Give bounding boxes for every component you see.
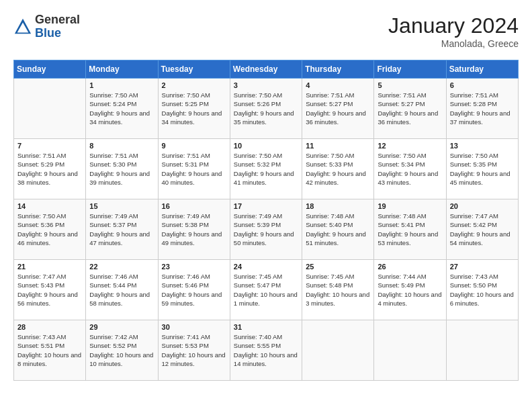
day-info: Sunrise: 7:43 AMSunset: 5:51 PMDaylight:… <box>17 332 82 368</box>
logo-blue-text: Blue <box>35 27 80 40</box>
calendar-header-row: SundayMondayTuesdayWednesdayThursdayFrid… <box>14 60 519 79</box>
calendar-cell: 13Sunrise: 7:50 AMSunset: 5:35 PMDayligh… <box>446 139 518 199</box>
day-number: 31 <box>234 323 298 331</box>
day-info: Sunrise: 7:51 AMSunset: 5:27 PMDaylight:… <box>378 91 442 126</box>
day-number: 30 <box>162 323 226 331</box>
day-number: 12 <box>378 142 442 150</box>
day-number: 18 <box>306 202 370 210</box>
calendar-cell: 29Sunrise: 7:42 AMSunset: 5:52 PMDayligh… <box>86 320 158 381</box>
calendar-week-row: 21Sunrise: 7:47 AMSunset: 5:43 PMDayligh… <box>14 260 519 320</box>
logo-text: General Blue <box>35 13 80 40</box>
day-number: 22 <box>89 263 154 271</box>
col-header-saturday: Saturday <box>446 60 518 79</box>
day-info: Sunrise: 7:51 AMSunset: 5:28 PMDaylight:… <box>450 91 515 126</box>
day-info: Sunrise: 7:51 AMSunset: 5:29 PMDaylight:… <box>17 151 82 187</box>
calendar-cell: 5Sunrise: 7:51 AMSunset: 5:27 PMDaylight… <box>374 79 446 139</box>
calendar-cell: 8Sunrise: 7:51 AMSunset: 5:30 PMDaylight… <box>86 139 158 199</box>
calendar-cell: 3Sunrise: 7:50 AMSunset: 5:26 PMDaylight… <box>230 79 302 139</box>
day-info: Sunrise: 7:47 AMSunset: 5:42 PMDaylight:… <box>450 212 515 247</box>
day-info: Sunrise: 7:50 AMSunset: 5:34 PMDaylight:… <box>378 151 442 187</box>
col-header-wednesday: Wednesday <box>230 60 302 79</box>
day-number: 23 <box>162 263 226 271</box>
day-number: 28 <box>17 323 82 331</box>
calendar-cell: 18Sunrise: 7:48 AMSunset: 5:40 PMDayligh… <box>302 199 374 260</box>
month-year-title: January 2024 <box>388 13 519 38</box>
day-info: Sunrise: 7:50 AMSunset: 5:25 PMDaylight:… <box>162 91 226 126</box>
day-info: Sunrise: 7:46 AMSunset: 5:44 PMDaylight:… <box>89 272 154 308</box>
day-info: Sunrise: 7:49 AMSunset: 5:39 PMDaylight:… <box>234 212 298 247</box>
day-number: 25 <box>306 263 370 271</box>
day-number: 15 <box>89 202 154 210</box>
day-number: 21 <box>17 263 82 271</box>
logo-icon <box>13 17 32 36</box>
day-number: 19 <box>378 202 442 210</box>
day-info: Sunrise: 7:49 AMSunset: 5:37 PMDaylight:… <box>89 212 154 247</box>
day-info: Sunrise: 7:48 AMSunset: 5:40 PMDaylight:… <box>306 212 370 247</box>
day-number: 1 <box>89 81 154 89</box>
day-info: Sunrise: 7:45 AMSunset: 5:47 PMDaylight:… <box>234 272 298 308</box>
day-info: Sunrise: 7:44 AMSunset: 5:49 PMDaylight:… <box>378 272 442 308</box>
page-header: General Blue January 2024 Manolada, Gree… <box>13 13 519 49</box>
calendar-cell: 22Sunrise: 7:46 AMSunset: 5:44 PMDayligh… <box>86 260 158 320</box>
calendar-cell: 31Sunrise: 7:40 AMSunset: 5:55 PMDayligh… <box>230 320 302 381</box>
day-number: 20 <box>450 202 515 210</box>
day-number: 29 <box>89 323 154 331</box>
day-info: Sunrise: 7:50 AMSunset: 5:32 PMDaylight:… <box>234 151 298 187</box>
day-number: 9 <box>162 142 226 150</box>
day-info: Sunrise: 7:40 AMSunset: 5:55 PMDaylight:… <box>234 332 298 368</box>
calendar-cell <box>446 320 518 381</box>
location-subtitle: Manolada, Greece <box>388 38 519 49</box>
logo: General Blue <box>13 13 80 40</box>
day-number: 16 <box>162 202 226 210</box>
day-number: 7 <box>17 142 82 150</box>
calendar-cell: 6Sunrise: 7:51 AMSunset: 5:28 PMDaylight… <box>446 79 518 139</box>
calendar-cell <box>374 320 446 381</box>
day-info: Sunrise: 7:49 AMSunset: 5:38 PMDaylight:… <box>162 212 226 247</box>
day-number: 11 <box>306 142 370 150</box>
day-number: 27 <box>450 263 515 271</box>
calendar-week-row: 7Sunrise: 7:51 AMSunset: 5:29 PMDaylight… <box>14 139 519 199</box>
day-info: Sunrise: 7:50 AMSunset: 5:26 PMDaylight:… <box>234 91 298 126</box>
day-number: 6 <box>450 81 515 89</box>
day-info: Sunrise: 7:51 AMSunset: 5:30 PMDaylight:… <box>89 151 154 187</box>
day-info: Sunrise: 7:51 AMSunset: 5:27 PMDaylight:… <box>306 91 370 126</box>
day-number: 8 <box>89 142 154 150</box>
calendar-week-row: 1Sunrise: 7:50 AMSunset: 5:24 PMDaylight… <box>14 79 519 139</box>
day-info: Sunrise: 7:50 AMSunset: 5:36 PMDaylight:… <box>17 212 82 247</box>
calendar-cell: 25Sunrise: 7:45 AMSunset: 5:48 PMDayligh… <box>302 260 374 320</box>
day-number: 4 <box>306 81 370 89</box>
day-number: 5 <box>378 81 442 89</box>
day-number: 3 <box>234 81 298 89</box>
calendar-cell: 17Sunrise: 7:49 AMSunset: 5:39 PMDayligh… <box>230 199 302 260</box>
calendar-cell: 20Sunrise: 7:47 AMSunset: 5:42 PMDayligh… <box>446 199 518 260</box>
calendar-cell: 12Sunrise: 7:50 AMSunset: 5:34 PMDayligh… <box>374 139 446 199</box>
calendar-cell: 28Sunrise: 7:43 AMSunset: 5:51 PMDayligh… <box>14 320 86 381</box>
calendar-table: SundayMondayTuesdayWednesdayThursdayFrid… <box>13 60 519 381</box>
title-block: January 2024 Manolada, Greece <box>388 13 519 49</box>
day-number: 2 <box>162 81 226 89</box>
day-info: Sunrise: 7:50 AMSunset: 5:35 PMDaylight:… <box>450 151 515 187</box>
calendar-week-row: 14Sunrise: 7:50 AMSunset: 5:36 PMDayligh… <box>14 199 519 260</box>
day-info: Sunrise: 7:46 AMSunset: 5:46 PMDaylight:… <box>162 272 226 308</box>
calendar-cell: 27Sunrise: 7:43 AMSunset: 5:50 PMDayligh… <box>446 260 518 320</box>
col-header-monday: Monday <box>86 60 158 79</box>
calendar-cell: 19Sunrise: 7:48 AMSunset: 5:41 PMDayligh… <box>374 199 446 260</box>
calendar-week-row: 28Sunrise: 7:43 AMSunset: 5:51 PMDayligh… <box>14 320 519 381</box>
day-info: Sunrise: 7:50 AMSunset: 5:33 PMDaylight:… <box>306 151 370 187</box>
calendar-cell: 16Sunrise: 7:49 AMSunset: 5:38 PMDayligh… <box>158 199 230 260</box>
day-info: Sunrise: 7:48 AMSunset: 5:41 PMDaylight:… <box>378 212 442 247</box>
day-number: 17 <box>234 202 298 210</box>
logo-general-text: General <box>35 13 80 27</box>
day-info: Sunrise: 7:43 AMSunset: 5:50 PMDaylight:… <box>450 272 515 308</box>
calendar-cell: 4Sunrise: 7:51 AMSunset: 5:27 PMDaylight… <box>302 79 374 139</box>
calendar-cell: 26Sunrise: 7:44 AMSunset: 5:49 PMDayligh… <box>374 260 446 320</box>
day-number: 26 <box>378 263 442 271</box>
day-info: Sunrise: 7:42 AMSunset: 5:52 PMDaylight:… <box>89 332 154 368</box>
col-header-friday: Friday <box>374 60 446 79</box>
col-header-thursday: Thursday <box>302 60 374 79</box>
day-info: Sunrise: 7:41 AMSunset: 5:53 PMDaylight:… <box>162 332 226 368</box>
calendar-cell: 21Sunrise: 7:47 AMSunset: 5:43 PMDayligh… <box>14 260 86 320</box>
calendar-cell <box>14 79 86 139</box>
calendar-cell: 30Sunrise: 7:41 AMSunset: 5:53 PMDayligh… <box>158 320 230 381</box>
calendar-cell: 1Sunrise: 7:50 AMSunset: 5:24 PMDaylight… <box>86 79 158 139</box>
